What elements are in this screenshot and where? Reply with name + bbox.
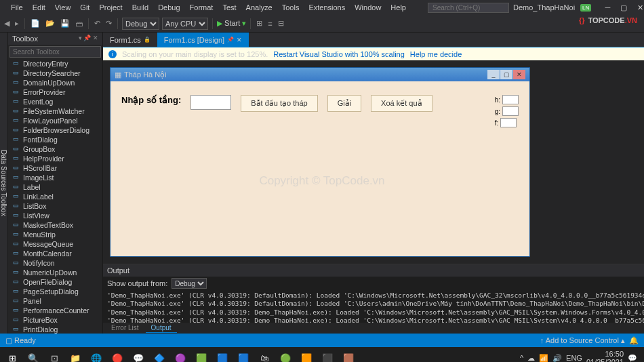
task-view-icon[interactable]: ⊡ xyxy=(45,349,64,362)
mini-input[interactable] xyxy=(502,106,519,116)
system-tray[interactable]: ^ ☁ 📶 🔊 ENG 16:5001/25/2021 💬 xyxy=(520,350,641,362)
tray-cloud-icon[interactable]: ☁ xyxy=(527,354,535,363)
menu-extensions[interactable]: Extensions xyxy=(304,2,349,13)
toolbox-item[interactable]: ▭NumericUpDown xyxy=(8,268,102,277)
nav-fwd-icon[interactable]: ▸ xyxy=(14,19,20,28)
tool-icon[interactable]: ⊟ xyxy=(277,19,285,28)
menu-edit[interactable]: Edit xyxy=(28,2,49,13)
coccoc-icon[interactable]: 🟢 xyxy=(276,349,295,362)
toolbox-item[interactable]: ▭MessageQueue xyxy=(8,239,102,249)
maximize-button[interactable]: ▢ xyxy=(618,3,629,12)
toolbox-item[interactable]: ▭MonthCalendar xyxy=(8,249,102,258)
open-icon[interactable]: 📂 xyxy=(44,19,56,28)
user-badge[interactable]: LN xyxy=(580,4,591,12)
toolbox-item[interactable]: ▭DirectorySearcher xyxy=(8,68,102,78)
toolbox-item[interactable]: ▭ListView xyxy=(8,211,102,220)
toolbox-item[interactable]: ▭FileSystemWatcher xyxy=(8,106,102,116)
global-search-input[interactable] xyxy=(428,3,509,13)
tray-lang-icon[interactable]: ENG xyxy=(566,354,582,362)
start-button[interactable]: ▶ Start ▾ xyxy=(217,19,246,28)
toolbox-item[interactable]: ▭ImageList xyxy=(8,173,102,182)
vs-icon[interactable]: 🟣 xyxy=(171,349,190,362)
toolbox-item[interactable]: ▭FontDialog xyxy=(8,135,102,144)
save-all-icon[interactable]: 🗃 xyxy=(74,20,84,28)
toolbox-item[interactable]: ▭PageSetupDialog xyxy=(8,287,102,296)
tool-icon[interactable]: ≡ xyxy=(266,20,273,28)
toolbox-item[interactable]: ▭EventLog xyxy=(8,97,102,106)
menu-project[interactable]: Project xyxy=(95,2,126,13)
menu-view[interactable]: View xyxy=(51,2,75,13)
form-min-icon[interactable]: _ xyxy=(487,70,500,79)
toolbox-item[interactable]: ▭PictureBox xyxy=(8,315,102,325)
tray-volume-icon[interactable]: 🔊 xyxy=(552,354,562,363)
tray-wifi-icon[interactable]: 📶 xyxy=(539,354,548,363)
start-button[interactable]: ⊞ xyxy=(3,349,22,362)
toolbox-item[interactable]: ▭HelpProvider xyxy=(8,154,102,163)
redo-icon[interactable]: ↷ xyxy=(104,19,113,28)
taskbar-search-icon[interactable]: 🔍 xyxy=(24,349,43,362)
menu-tools[interactable]: Tools xyxy=(278,2,304,13)
toolbox-item[interactable]: ▭NotifyIcon xyxy=(8,258,102,268)
app-icon[interactable]: 🟦 xyxy=(213,349,232,362)
tray-chevron-icon[interactable]: ^ xyxy=(520,354,523,362)
close-tab-icon[interactable]: ✕ xyxy=(237,37,242,43)
store-icon[interactable]: 🛍 xyxy=(255,349,274,362)
save-icon[interactable]: 💾 xyxy=(59,19,71,28)
explorer-icon[interactable]: 📁 xyxy=(66,349,85,362)
create-button[interactable]: Bắt đầu tạo tháp xyxy=(241,95,317,112)
toolbox-search-input[interactable] xyxy=(9,46,101,58)
notifications-icon[interactable]: 🔔 xyxy=(629,336,639,345)
toolbox-item[interactable]: ▭PrintDialog xyxy=(8,325,102,334)
platform-select[interactable]: Any CPU xyxy=(162,18,208,30)
chrome-icon[interactable]: 🔴 xyxy=(108,349,127,362)
edge-icon[interactable]: 🌐 xyxy=(87,349,106,362)
toolbox-item[interactable]: ▭FlowLayoutPanel xyxy=(8,116,102,125)
form-designer[interactable]: ▦ Tháp Hà Nội _ ▢ ✕ Nhập số tầng: Bắt đầ… xyxy=(103,60,644,264)
nav-back-icon[interactable]: ◀ xyxy=(3,19,11,28)
toolbox-item[interactable]: ▭MaskedTextBox xyxy=(8,220,102,230)
toolbox-item[interactable]: ▭DirectoryEntry xyxy=(8,59,102,68)
undo-icon[interactable]: ↶ xyxy=(93,19,102,28)
toolbox-item[interactable]: ▭HScrollBar xyxy=(8,163,102,173)
word-icon[interactable]: 🟦 xyxy=(234,349,253,362)
tab-output[interactable]: Output xyxy=(146,323,177,333)
panel-controls[interactable]: ▾ 📌 ✕ xyxy=(79,35,98,43)
menu-window[interactable]: Window xyxy=(350,2,385,13)
toolbox-item[interactable]: ▭MenuStrip xyxy=(8,230,102,239)
toolbox-item[interactable]: ▭ListBox xyxy=(8,201,102,211)
menu-build[interactable]: Build xyxy=(128,2,153,13)
toolbox-item[interactable]: ▭Label xyxy=(8,182,102,192)
menu-file[interactable]: File xyxy=(7,2,27,13)
clear-button[interactable]: Xoá kết quả xyxy=(371,95,432,112)
toolbox-item[interactable]: ▭OpenFileDialog xyxy=(8,277,102,287)
menu-git[interactable]: Git xyxy=(76,2,94,13)
tab-form1-cs[interactable]: Form1.cs🔒 xyxy=(103,33,157,47)
menu-analyze[interactable]: Analyze xyxy=(242,2,277,13)
minimize-button[interactable]: ─ xyxy=(602,3,613,12)
restart-link[interactable]: Restart Visual Studio with 100% scaling xyxy=(273,50,405,58)
toolbox-item[interactable]: ▭GroupBox xyxy=(8,144,102,154)
mini-input[interactable] xyxy=(500,118,517,127)
toolbox-item[interactable]: ▭Panel xyxy=(8,296,102,306)
output-text[interactable]: 'Demo_ThapHaNoi.exe' (CLR v4.0.30319: De… xyxy=(103,290,644,323)
form-preview-icon[interactable]: 🟫 xyxy=(339,349,358,362)
toolbox-item[interactable]: ▭DomainUpDown xyxy=(8,78,102,87)
levels-input[interactable] xyxy=(190,95,231,110)
toolbox-item[interactable]: ▭FolderBrowserDialog xyxy=(8,125,102,135)
mini-input[interactable] xyxy=(502,95,519,104)
form-max-icon[interactable]: ▢ xyxy=(500,70,512,79)
menu-format[interactable]: Format xyxy=(186,2,218,13)
terminal-icon[interactable]: ⬛ xyxy=(318,349,337,362)
toolbox-item[interactable]: ▭ErrorProvider xyxy=(8,87,102,97)
messenger-icon[interactable]: 💬 xyxy=(129,349,148,362)
tool-icon[interactable]: ⊞ xyxy=(255,19,264,28)
close-button[interactable]: ✕ xyxy=(635,3,644,12)
taskbar-clock[interactable]: 16:5001/25/2021 xyxy=(586,350,624,362)
source-control-button[interactable]: ↑ Add to Source Control ▴ xyxy=(540,336,625,345)
menu-test[interactable]: Test xyxy=(218,2,240,13)
form-close-icon[interactable]: ✕ xyxy=(513,70,525,79)
pycharm-icon[interactable]: 🟩 xyxy=(192,349,211,362)
output-source-select[interactable]: Debug xyxy=(172,278,207,289)
left-vertical-tabs[interactable]: Data Sources Toolbox xyxy=(0,33,8,334)
design-form-window[interactable]: ▦ Tháp Hà Nội _ ▢ ✕ Nhập số tầng: Bắt đầ… xyxy=(110,67,530,257)
